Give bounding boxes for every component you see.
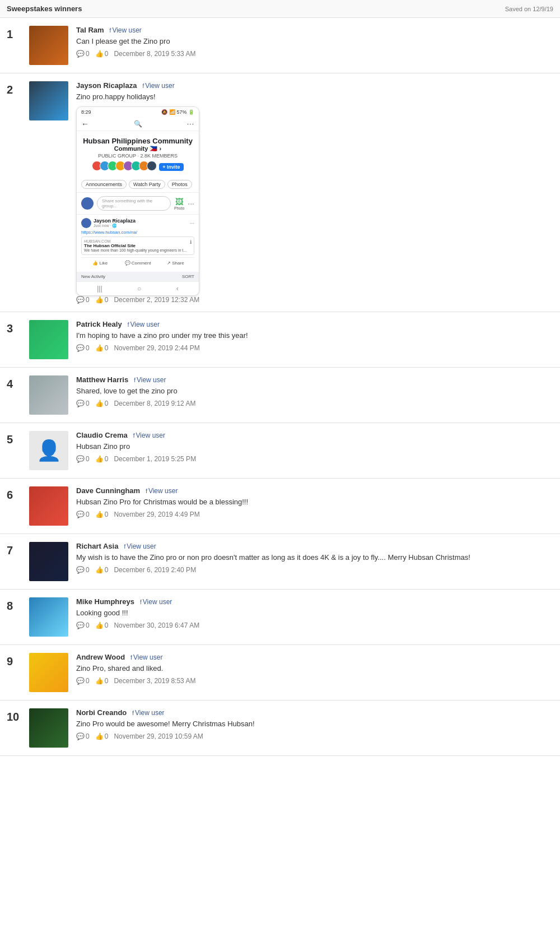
fb-icon-4: f (134, 377, 136, 383)
like-stat-1: 👍 0 (95, 50, 109, 58)
entry-text-2: Zino pro.happy holidays! (76, 92, 553, 102)
fb-share-avatar (81, 197, 94, 210)
fb-post-header: Jayson Ricaplaza Just now · 🌐 ··· (81, 218, 194, 228)
comment-stat-2: 💬 0 (76, 296, 90, 304)
fb-tab-1[interactable]: Watch Party (129, 180, 165, 189)
photo-label: Photo (174, 206, 184, 210)
back-arrow-icon[interactable]: ← (81, 119, 89, 128)
comment-icon-2: 💬 (76, 296, 85, 304)
view-user-link-8[interactable]: fView user (140, 598, 172, 606)
fb-post-time: Just now · 🌐 (94, 224, 136, 228)
view-user-link-2[interactable]: fView user (142, 82, 174, 90)
comment-stat-7: 💬 0 (76, 566, 90, 574)
fb-like-button[interactable]: 👍 Like (81, 259, 119, 267)
entry-content-4: Matthew Harris fView user Shared, love t… (76, 375, 553, 407)
entry-5: 5 👤 Claudio Crema fView user Hubsan Zino… (0, 423, 560, 479)
entry-date-10: November 29, 2019 10:59 AM (114, 732, 203, 740)
view-user-link-4[interactable]: fView user (134, 376, 166, 384)
fb-community-label: Community 🇵🇭 › (82, 145, 193, 152)
fb-comment-button[interactable]: 💬 Comment (119, 259, 156, 267)
entry-header-9: Andrew Wood fView user (76, 653, 553, 661)
comment-icon-6: 💬 (76, 511, 85, 518)
like-icon-10: 👍 (95, 732, 104, 740)
like-count-7: 0 (105, 566, 109, 574)
fb-tab-0[interactable]: Announcements (81, 180, 127, 189)
fb-tabs: AnnouncementsWatch PartyPhotos (77, 177, 199, 193)
entry-avatar-4 (29, 375, 68, 415)
phone-time: 8:29 (81, 109, 91, 115)
view-user-link-3[interactable]: fView user (128, 321, 160, 328)
fb-preview-title: The Hubsan Official Site (84, 243, 186, 248)
entry-header-7: Richart Asia fView user (76, 542, 553, 550)
entry-content-5: Claudio Crema fView user Hubsan Zino pro… (76, 431, 553, 463)
like-stat-5: 👍 0 (95, 455, 109, 463)
entry-date-1: December 8, 2019 5:33 AM (114, 50, 195, 58)
entry-text-5: Hubsan Zino pro (76, 442, 553, 452)
entry-text-10: Zino Pro would be awesome! Merry Christm… (76, 719, 553, 729)
entry-text-9: Zino Pro, shared and liked. (76, 664, 553, 674)
entry-header-8: Mike Humphreys fView user (76, 597, 553, 606)
fb-invite-button[interactable]: + Invite (159, 163, 183, 171)
entry-header-4: Matthew Harris fView user (76, 375, 553, 384)
fb-preview-desc: We have more than 100 high-quality young… (84, 248, 186, 252)
view-user-link-5[interactable]: fView user (133, 432, 165, 439)
comment-count-5: 0 (86, 455, 90, 463)
entry-content-6: Dave Cunningham fView user Hubsan Zino P… (76, 486, 553, 518)
like-stat-6: 👍 0 (95, 511, 109, 518)
like-count-10: 0 (105, 732, 109, 740)
entry-avatar-9 (29, 653, 68, 692)
fb-post-url[interactable]: https://www.hubsan.com/na/ (81, 230, 194, 235)
entry-number-6: 6 (7, 486, 29, 502)
fb-icon-9: f (130, 655, 132, 661)
like-stat-4: 👍 0 (95, 400, 109, 407)
fb-icon-7: f (124, 544, 125, 550)
fb-tab-2[interactable]: Photos (167, 180, 192, 189)
more-options-icon[interactable]: ··· (187, 120, 194, 128)
like-stat-2: 👍 0 (95, 296, 109, 304)
view-user-link-1[interactable]: fView user (110, 26, 142, 34)
entry-meta-6: 💬 0 👍 0 November 29, 2019 4:49 PM (76, 511, 553, 518)
fb-post-more-icon[interactable]: ··· (190, 220, 194, 226)
share-more-icon[interactable]: ··· (188, 199, 194, 208)
entry-number-4: 4 (7, 375, 29, 391)
entry-date-7: December 6, 2019 2:40 PM (114, 566, 196, 574)
like-count-5: 0 (105, 455, 109, 463)
fb-nav-menu-icon[interactable]: ||| (97, 285, 102, 293)
comment-icon-8: 💬 (76, 621, 85, 629)
entry-date-9: December 3, 2019 8:53 AM (114, 677, 195, 685)
comment-stat-6: 💬 0 (76, 511, 90, 518)
entry-9: 9 Andrew Wood fView user Zino Pro, share… (0, 645, 560, 701)
fb-nav-bar: ||| ○ ‹ (77, 281, 199, 295)
entry-header-3: Patrick Healy fView user (76, 320, 553, 328)
view-user-link-10[interactable]: fView user (132, 709, 164, 717)
entry-avatar-5: 👤 (29, 431, 68, 470)
entry-number-5: 5 (7, 431, 29, 446)
view-user-link-9[interactable]: fView user (130, 653, 162, 661)
entry-content-1: Tal Ram fView user Can I please get the … (76, 26, 553, 58)
entry-header-5: Claudio Crema fView user (76, 431, 553, 439)
comment-icon-4: 💬 (76, 400, 85, 407)
fb-group-type: PUBLIC GROUP · 2.8K MEMBERS (82, 153, 193, 159)
entry-number-7: 7 (7, 542, 29, 557)
preview-info-icon: ℹ (190, 239, 192, 245)
fb-share-box[interactable]: Share something with the group... (97, 196, 171, 211)
entry-meta-4: 💬 0 👍 0 December 8, 2019 9:12 AM (76, 400, 553, 407)
entry-4: 4 Matthew Harris fView user Shared, love… (0, 368, 560, 423)
entry-date-8: November 30, 2019 6:47 AM (114, 621, 199, 629)
comment-stat-1: 💬 0 (76, 50, 90, 58)
view-user-link-7[interactable]: fView user (124, 542, 156, 550)
entry-name-2: Jayson Ricaplaza (76, 81, 137, 90)
comment-count-3: 0 (86, 344, 90, 352)
fb-nav-home-icon[interactable]: ○ (137, 285, 141, 293)
fb-nav-back-icon[interactable]: ‹ (176, 285, 179, 293)
entry-name-4: Matthew Harris (76, 375, 128, 384)
comment-count-2: 0 (86, 296, 90, 304)
entry-name-8: Mike Humphreys (76, 597, 134, 606)
view-user-link-6[interactable]: fView user (146, 487, 178, 495)
entry-avatar-8 (29, 597, 68, 637)
photo-icon[interactable]: 🖼 (174, 197, 184, 206)
like-count-8: 0 (105, 621, 109, 629)
fb-share-button[interactable]: ↗ Share (157, 259, 194, 267)
like-stat-3: 👍 0 (95, 344, 109, 352)
search-icon[interactable]: 🔍 (134, 120, 142, 128)
